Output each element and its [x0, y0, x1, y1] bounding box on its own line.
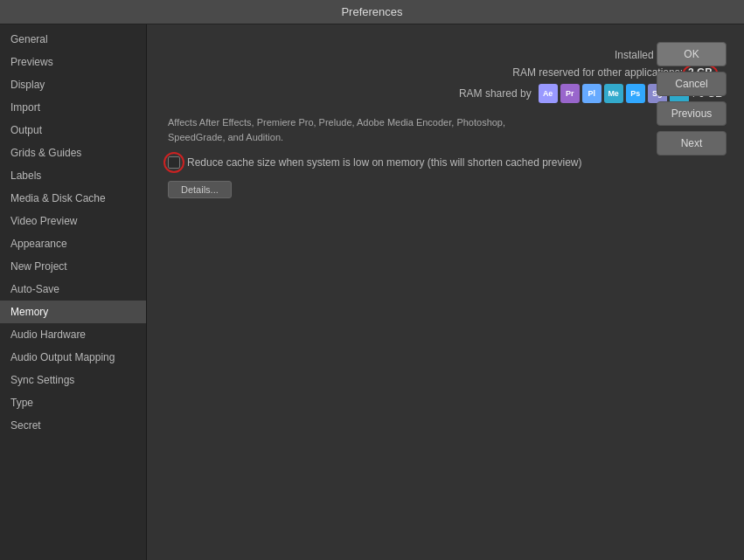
sidebar-item-media-disk-cache[interactable]: Media & Disk Cache: [0, 187, 146, 210]
app-icon-pr: Pr: [560, 84, 580, 103]
app-icon-ae: Ae: [539, 84, 558, 103]
next-button[interactable]: Next: [657, 131, 727, 156]
sidebar-item-labels[interactable]: Labels: [0, 164, 146, 187]
sidebar-item-auto-save[interactable]: Auto-Save: [0, 278, 146, 301]
sidebar-item-grids-guides[interactable]: Grids & Guides: [0, 142, 146, 164]
app-icon-ps: Ps: [626, 84, 645, 103]
app-icon-me: Me: [604, 84, 623, 103]
sidebar-item-type[interactable]: Type: [0, 391, 146, 414]
cancel-button[interactable]: Cancel: [657, 72, 727, 96]
sidebar-item-output[interactable]: Output: [0, 119, 146, 142]
main-content: Installed RAM: 8 GB RAM reserved for oth…: [147, 24, 744, 560]
affects-text: Affects After Effects, Premiere Pro, Pre…: [168, 115, 535, 144]
sidebar-item-secret[interactable]: Secret: [0, 414, 146, 437]
reduce-cache-row: Reduce cache size when system is low on …: [168, 156, 723, 169]
sidebar-item-audio-output-mapping[interactable]: Audio Output Mapping: [0, 346, 146, 369]
dialog-title: Preferences: [341, 5, 402, 18]
sidebar-item-sync-settings[interactable]: Sync Settings: [0, 369, 146, 391]
sidebar-item-general[interactable]: General: [0, 28, 146, 51]
app-icon-pl: Pl: [582, 84, 601, 103]
sidebar-item-memory[interactable]: Memory: [0, 301, 146, 323]
ram-shared-label: RAM shared by: [459, 87, 532, 100]
reduce-cache-checkbox-container[interactable]: [168, 156, 180, 169]
dialog-buttons: OK Cancel Previous Next: [657, 42, 727, 156]
installed-ram-row: Installed RAM: 8 GB: [168, 49, 723, 61]
sidebar-item-appearance[interactable]: Appearance: [0, 232, 146, 255]
sidebar-item-previews[interactable]: Previews: [0, 51, 146, 73]
details-button[interactable]: Details...: [168, 181, 232, 198]
sidebar-item-new-project[interactable]: New Project: [0, 255, 146, 278]
reduce-cache-checkbox[interactable]: [168, 156, 180, 169]
ram-reserved-row: RAM reserved for other applications: 2 G…: [168, 66, 723, 79]
ok-button[interactable]: OK: [657, 42, 727, 66]
sidebar-item-import[interactable]: Import: [0, 96, 146, 119]
sidebar-item-video-preview[interactable]: Video Preview: [0, 210, 146, 232]
sidebar-item-display[interactable]: Display: [0, 73, 146, 96]
ram-section: Installed RAM: 8 GB RAM reserved for oth…: [168, 49, 723, 103]
sidebar: GeneralPreviewsDisplayImportOutputGrids …: [0, 24, 147, 560]
sidebar-item-audio-hardware[interactable]: Audio Hardware: [0, 323, 146, 346]
reduce-cache-label: Reduce cache size when system is low on …: [187, 156, 582, 169]
ram-shared-row: RAM shared by Ae Pr Pl Me Ps Sg Au : 6 G…: [168, 84, 723, 103]
previous-button[interactable]: Previous: [657, 101, 727, 126]
